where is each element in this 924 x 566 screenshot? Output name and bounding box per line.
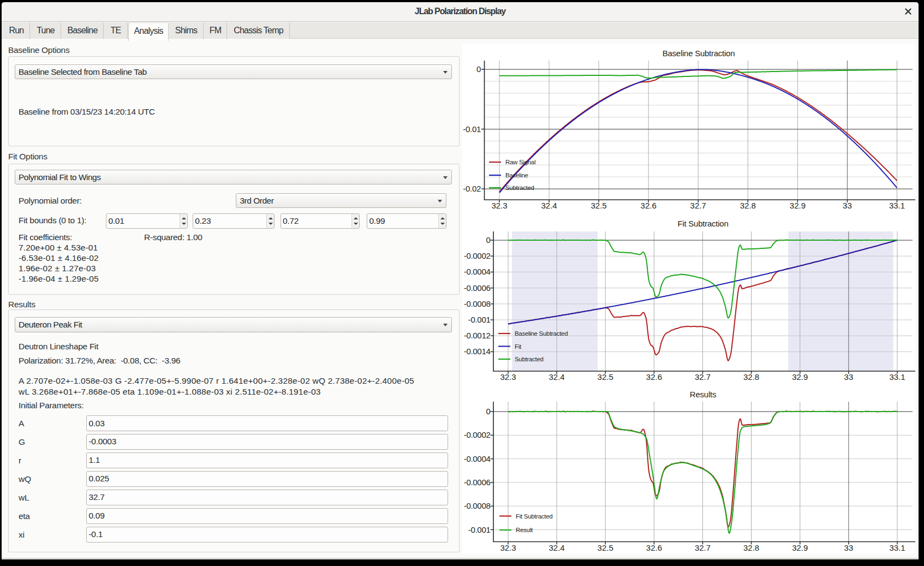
svg-text:-0.0006: -0.0006 bbox=[464, 478, 491, 487]
svg-text:32.5: 32.5 bbox=[598, 372, 613, 382]
svg-text:0: 0 bbox=[486, 235, 490, 245]
svg-text:Baseline Subtracted: Baseline Subtracted bbox=[515, 330, 568, 337]
svg-text:-0.0002: -0.0002 bbox=[464, 251, 491, 260]
svg-text:-0.0008: -0.0008 bbox=[464, 501, 491, 510]
svg-text:33: 33 bbox=[843, 201, 852, 210]
svg-text:32.8: 32.8 bbox=[740, 201, 756, 210]
svg-text:33.1: 33.1 bbox=[889, 543, 905, 552]
svg-text:32.6: 32.6 bbox=[641, 201, 657, 210]
svg-text:32.8: 32.8 bbox=[743, 372, 759, 382]
svg-text:32.5: 32.5 bbox=[591, 201, 606, 210]
svg-text:-0.0008: -0.0008 bbox=[464, 299, 491, 308]
svg-text:-0.0014: -0.0014 bbox=[464, 347, 491, 356]
svg-text:Baseline: Baseline bbox=[505, 172, 528, 178]
svg-text:Fit: Fit bbox=[515, 343, 522, 350]
svg-text:-0.0012: -0.0012 bbox=[464, 331, 491, 340]
svg-text:-0.01: -0.01 bbox=[463, 124, 481, 134]
svg-text:Subtracted: Subtracted bbox=[515, 356, 544, 362]
svg-text:-0.0006: -0.0006 bbox=[464, 283, 491, 293]
svg-text:32.4: 32.4 bbox=[549, 543, 564, 552]
svg-text:32.8: 32.8 bbox=[743, 543, 759, 552]
svg-text:-0.02: -0.02 bbox=[463, 184, 481, 193]
svg-text:32.4: 32.4 bbox=[549, 372, 564, 382]
svg-text:-0.0004: -0.0004 bbox=[464, 454, 491, 463]
svg-text:32.3: 32.3 bbox=[491, 201, 507, 210]
svg-text:Result: Result bbox=[516, 527, 533, 533]
svg-text:-0.001: -0.001 bbox=[468, 525, 491, 534]
svg-text:33.1: 33.1 bbox=[889, 372, 905, 382]
svg-text:Baseline Subtraction: Baseline Subtraction bbox=[663, 49, 735, 58]
svg-text:32.4: 32.4 bbox=[541, 201, 557, 210]
svg-text:32.7: 32.7 bbox=[690, 201, 706, 210]
svg-text:0: 0 bbox=[486, 407, 490, 416]
svg-text:0: 0 bbox=[476, 64, 481, 74]
svg-text:32.3: 32.3 bbox=[500, 543, 516, 552]
svg-text:Fit Subtraction: Fit Subtraction bbox=[678, 219, 729, 228]
svg-text:32.9: 32.9 bbox=[792, 372, 808, 382]
svg-text:32.5: 32.5 bbox=[598, 543, 613, 552]
svg-text:32.6: 32.6 bbox=[646, 543, 662, 552]
svg-text:33: 33 bbox=[844, 372, 854, 382]
svg-text:Raw Signal: Raw Signal bbox=[505, 159, 535, 165]
svg-text:33.1: 33.1 bbox=[889, 201, 905, 210]
svg-text:32.6: 32.6 bbox=[646, 372, 662, 382]
svg-text:32.9: 32.9 bbox=[790, 201, 806, 210]
svg-text:-0.0002: -0.0002 bbox=[464, 430, 491, 439]
svg-text:32.7: 32.7 bbox=[695, 543, 711, 552]
svg-text:Subtracted: Subtracted bbox=[505, 184, 534, 191]
svg-text:32.9: 32.9 bbox=[792, 543, 808, 552]
svg-text:32.7: 32.7 bbox=[695, 372, 711, 382]
svg-text:-0.001: -0.001 bbox=[468, 315, 491, 324]
svg-text:-0.0004: -0.0004 bbox=[464, 267, 491, 276]
svg-text:Fit Subtracted: Fit Subtracted bbox=[516, 513, 552, 520]
svg-text:32.3: 32.3 bbox=[500, 372, 516, 382]
svg-text:33: 33 bbox=[844, 543, 854, 552]
svg-text:Results: Results bbox=[690, 390, 716, 399]
